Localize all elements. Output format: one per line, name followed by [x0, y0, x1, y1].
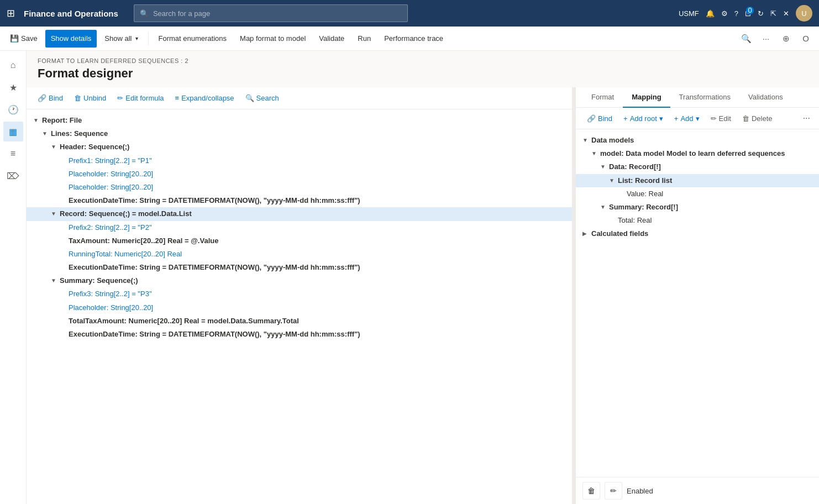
tree-node-row[interactable]: Placeholder: String[20..20] — [27, 301, 572, 314]
node-text: Data: Record[!] — [609, 162, 661, 172]
mapping-edit-button[interactable]: ✏ Edit — [706, 112, 736, 125]
tree-expand-collapse-button[interactable]: ≡ Expand/collapse — [171, 92, 239, 104]
mapping-tab-transformations[interactable]: Transformations — [670, 87, 739, 108]
app-title: Finance and Operations — [24, 9, 118, 18]
node-text: Prefix3: String[2..2] = "P3" — [69, 289, 152, 299]
tree-node-row[interactable]: Prefix3: String[2..2] = "P3" — [27, 287, 572, 301]
node-text: TaxAmount: Numeric[20..20] Real = @.Valu… — [69, 236, 218, 246]
mapping-tab-format[interactable]: Format — [582, 87, 623, 108]
toolbar-separator-1 — [148, 32, 149, 45]
mapping-node-row[interactable]: ▼List: Record list — [576, 174, 819, 187]
tree-node-row[interactable]: ▼Summary: Sequence(;) — [27, 274, 572, 287]
tree-node-row[interactable]: ▼Header: Sequence(;) — [27, 140, 572, 154]
node-text: model: Data model Model to learn deferre… — [600, 149, 785, 159]
tree-unbind-button[interactable]: 🗑 Unbind — [70, 92, 111, 104]
tree-node-row[interactable]: ▼Record: Sequence(;) = model.Data.List — [27, 207, 572, 221]
tree-node-row[interactable]: ExecutionDateTime: String = DATETIMEFORM… — [27, 328, 572, 341]
close-icon[interactable]: ✕ — [783, 9, 789, 18]
tree-node-row[interactable]: Placeholder: String[20..20] — [27, 181, 572, 194]
validate-button[interactable]: Validate — [313, 30, 350, 48]
mapping-node-row[interactable]: ▼Summary: Record[!] — [576, 201, 819, 214]
tree-node-row[interactable]: ExecutionDateTime: String = DATETIMEFORM… — [27, 261, 572, 274]
mapping-tab-validations[interactable]: Validations — [739, 87, 792, 108]
mapping-toolbar: 🔗 Bind + Add root ▾ + Add ▾ ✏ — [576, 108, 819, 129]
side-icon-filter[interactable]: ⌦ — [3, 166, 23, 186]
tree-edit-formula-button[interactable]: ✏ Edit formula — [113, 92, 168, 104]
expand-icon: ▼ — [51, 277, 60, 285]
tree-bind-button[interactable]: 🔗 Bind — [33, 92, 67, 104]
tree-node-row[interactable]: RunningTotal: Numeric[20..20] Real — [27, 248, 572, 261]
side-icon-list[interactable]: ≡ — [3, 144, 23, 164]
show-all-button[interactable]: Show all ▾ — [99, 30, 143, 48]
format-enumerations-button[interactable]: Format enumerations — [153, 30, 233, 48]
mapping-node-row[interactable]: ▼Data models — [576, 134, 819, 147]
expand-icon: ▼ — [582, 136, 591, 144]
help-icon[interactable]: ? — [734, 9, 738, 18]
map-format-to-model-button[interactable]: Map format to model — [234, 30, 311, 48]
side-icon-favorites[interactable]: ★ — [3, 77, 23, 97]
tree-node-row[interactable]: Prefix1: String[2..2] = "P1" — [27, 154, 572, 167]
grid-icon[interactable]: ⊞ — [7, 7, 15, 19]
mapping-panel: FormatMappingTransformationsValidations … — [576, 87, 819, 504]
node-text: ExecutionDateTime: String = DATETIMEFORM… — [69, 196, 360, 206]
tree-node-row[interactable]: TotalTaxAmount: Numeric[20..20] Real = m… — [27, 314, 572, 328]
mapping-tab-mapping[interactable]: Mapping — [623, 87, 670, 108]
toolbar-search-button[interactable]: 🔍 — [737, 30, 755, 48]
notification-icon[interactable]: 🔔 — [706, 9, 715, 18]
toolbar-office-button[interactable]: O — [797, 30, 815, 48]
mapping-node-row[interactable]: ▼model: Data model Model to learn deferr… — [576, 147, 819, 160]
open-icon[interactable]: ⇱ — [770, 9, 776, 18]
settings-icon[interactable]: ⚙ — [721, 9, 728, 18]
node-text: Placeholder: String[20..20] — [69, 303, 153, 313]
save-button[interactable]: 💾 Save — [4, 30, 43, 48]
tree-node-row[interactable]: ExecutionDateTime: String = DATETIMEFORM… — [27, 194, 572, 207]
save-icon: 💾 — [10, 34, 19, 43]
node-text: TotalTaxAmount: Numeric[20..20] Real = m… — [69, 316, 299, 326]
search-icon: 🔍 — [140, 9, 149, 18]
footer-edit-button[interactable]: ✏ — [605, 482, 622, 500]
expand-icon: ≡ — [175, 94, 180, 102]
main-area: ⌂ ★ 🕐 ▦ ≡ ⌦ FORMAT TO LEARN DEFERRED SEQ… — [0, 51, 819, 504]
mapping-node-row[interactable]: ▼Data: Record[!] — [576, 160, 819, 174]
footer-status: Enabled — [627, 487, 653, 495]
side-icon-recent[interactable]: 🕐 — [3, 99, 23, 119]
mapping-add-button[interactable]: + Add ▾ — [670, 112, 704, 125]
mapping-node-row[interactable]: Value: Real — [576, 187, 819, 201]
refresh-icon[interactable]: ↻ — [758, 9, 764, 18]
expand-icon: ▼ — [591, 150, 600, 158]
performance-trace-button[interactable]: Performance trace — [379, 30, 449, 48]
node-text: Summary: Record[!] — [609, 202, 678, 212]
mapping-add-root-button[interactable]: + Add root ▾ — [619, 112, 668, 125]
content-panel: FORMAT TO LEARN DEFERRED SEQUENCES : 2 F… — [27, 51, 819, 504]
edit-icon: ✏ — [711, 114, 717, 123]
mapping-node-row[interactable]: Total: Real — [576, 214, 819, 227]
bind-icon: 🔗 — [38, 94, 46, 102]
tree-node-row[interactable]: Placeholder: String[20..20] — [27, 167, 572, 181]
toolbar-settings-button[interactable]: ⊕ — [777, 30, 795, 48]
mapping-bind-button[interactable]: 🔗 Bind — [582, 112, 617, 125]
side-icon-calendar[interactable]: ▦ — [3, 122, 23, 141]
tree-node-row[interactable]: ▼Lines: Sequence — [27, 127, 572, 140]
node-text: Prefix1: String[2..2] = "P1" — [69, 156, 152, 166]
search-icon: 🔍 — [245, 94, 254, 102]
footer-delete-button[interactable]: 🗑 — [582, 482, 600, 500]
tree-node-row[interactable]: TaxAmount: Numeric[20..20] Real = @.Valu… — [27, 234, 572, 248]
toolbar-more-button[interactable]: ··· — [757, 30, 775, 48]
side-icon-home[interactable]: ⌂ — [3, 55, 23, 75]
avatar[interactable]: U — [796, 5, 812, 22]
expand-icon: ▶ — [582, 230, 591, 238]
global-search-input[interactable] — [153, 9, 402, 18]
mapping-more-button[interactable]: ··· — [801, 111, 812, 125]
mapping-delete-button[interactable]: 🗑 Delete — [738, 112, 777, 125]
node-text: Lines: Sequence — [51, 129, 108, 139]
tree-node-row[interactable]: ▼Report: File — [27, 114, 572, 127]
nav-right-area: USMF 🔔 ⚙ ? ⊡ 0 ↻ ⇱ ✕ U — [679, 5, 812, 22]
run-button[interactable]: Run — [352, 30, 376, 48]
tree-node-row[interactable]: Prefix2: String[2..2] = "P2" — [27, 221, 572, 234]
global-search-bar[interactable]: 🔍 — [134, 4, 408, 22]
node-text: Record: Sequence(;) = model.Data.List — [60, 209, 192, 219]
add-root-icon: + — [623, 114, 628, 123]
mapping-node-row[interactable]: ▶Calculated fields — [576, 227, 819, 240]
tree-search-button[interactable]: 🔍 Search — [241, 92, 284, 104]
show-details-button[interactable]: Show details — [45, 30, 97, 48]
